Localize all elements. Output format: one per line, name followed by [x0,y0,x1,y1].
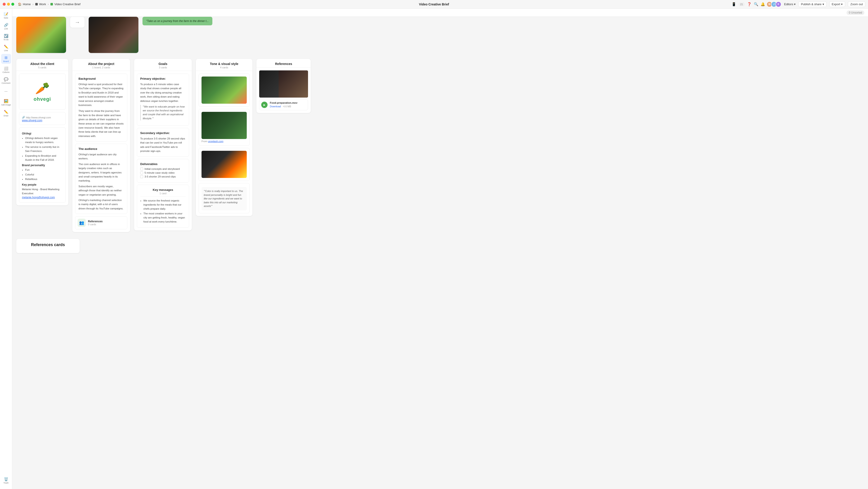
export-button[interactable]: Export ▾ [829,1,845,7]
brand-bullet-2: Colorful [25,173,63,177]
breadcrumb-brief[interactable]: Video Creative Brief [51,2,80,6]
about-client-body: 🥕 ohvegi 🔗 http://www.ohvegi.com www.ohv… [16,71,68,205]
sidebar-item-column[interactable]: ⬜ Column [1,65,11,75]
key-people-text: Melanie Hong - Brand Marketing Executive… [22,187,63,200]
editors-button[interactable]: Editors ▾ [784,2,796,6]
sidebar-item-add-image[interactable]: 🖼️ Add image [1,97,11,107]
about-project-body: Background OhVegi need a spot produced f… [72,71,130,232]
help-icon[interactable]: ❓ [747,2,751,6]
breadcrumb-work-label: Work [39,2,46,6]
veg-top-image [16,17,66,53]
file-play-icon[interactable]: ▶ [261,102,268,108]
checkbox-1[interactable] [140,168,143,170]
traffic-lights [3,3,14,6]
notifications-badge[interactable]: 21 [738,2,745,6]
background-text-2: They want to show the journey from the f… [79,109,124,138]
draw-icon: ✏️ [4,110,8,114]
breadcrumb-brief-label: Video Creative Brief [54,2,80,6]
sidebar-label-trash: Trash [3,482,9,484]
minimize-button[interactable] [7,3,10,6]
deliverables-label: Deliverables [140,162,186,166]
tone-column: Tone & visual style 4 cards From unsplas… [196,59,252,216]
primary-objective-card: Primary objective: To produce a 5 minute… [137,74,189,126]
bell-icon[interactable]: 🔔 [761,2,765,6]
video-thumbnail[interactable]: ▶ [259,70,308,97]
device-icon[interactable]: 📱 [732,2,736,6]
references-body: ▶ ▶ Food-preparation.mov Download · 4.6 … [256,68,311,113]
sidebar-item-todo[interactable]: ☑️ To-do [1,32,11,42]
tone-title: Tone & visual style [199,62,249,66]
breadcrumb-sep-1: › [33,2,33,6]
link-card: 🔗 http://www.ohvegi.com www.ohvegi.com [19,112,66,125]
about-client-subtitle: 5 cards [20,66,65,69]
avatar-3: K [775,1,781,7]
references-header-title: References [260,62,307,66]
sidebar-item-trash[interactable]: 🗑️ Trash [1,476,11,485]
references-column: References ▶ ▶ Food-preparation.mov [256,59,311,113]
sidebar-item-comment[interactable]: 💬 Comment [1,76,11,86]
secondary-text: To produce 3-5 shorter 29 second clips t… [140,137,186,153]
key-messages-label: Key messages [140,188,186,192]
key-people-email[interactable]: melanie.hong@ohvegi.com [22,196,55,199]
brief-dot-icon [51,3,53,5]
key-message-1: We source the freshest organic ingredien… [144,199,186,211]
goals-column: Goals 3 cards Primary objective: To prod… [134,59,192,230]
sidebar-item-board[interactable]: ⊞ Board [1,54,11,64]
references-header: References [256,59,311,68]
sidebar-label-line: Line [4,49,8,52]
sidebar-item-note[interactable]: 📝 Note [1,10,11,20]
main-layout: 📝 Note 🔗 Link ☑️ To-do ✏️ Line ⊞ Board ⬜… [0,9,868,489]
link-url-icon: 🔗 [22,116,25,119]
maximize-button[interactable] [11,3,14,6]
file-card: ▶ Food-preparation.mov Download · 4.6 MB [259,99,308,110]
sidebar-label-board: Board [3,60,9,62]
breadcrumb-home[interactable]: 🏠 Home [18,2,31,6]
breadcrumb-work[interactable]: Work [35,2,46,6]
arrow-right-icon: → [74,19,80,25]
tone-image-card-2: From unsplash.com [198,109,250,146]
sidebar-item-link[interactable]: 🔗 Link [1,21,11,31]
audience-card: The audience OhVegi's target audience ar… [75,144,127,214]
tone-image-1 [202,77,247,104]
goals-title: Goals [138,62,188,66]
bullet-1: OhVegi delivers fresh vegan meals to hun… [25,136,63,144]
note-icon: 📝 [4,12,8,16]
quote-banner-text: "Take us on a journey from the farm to t… [146,20,209,23]
close-button[interactable] [3,3,6,6]
deliverable-2-text: 5 minute case study video [145,171,175,174]
checkbox-3[interactable] [140,175,143,178]
canvas-area: 0 Unsorted → "Take us on a journey from … [12,9,868,489]
zoom-out-button[interactable]: Zoom out [848,1,865,7]
sidebar-item-line[interactable]: ✏️ Line [1,43,11,53]
deliverable-2: 5 minute case study video [140,171,186,174]
checkbox-2[interactable] [140,171,143,174]
deliverable-1-text: Initial concepts and storyboard [145,168,180,170]
unsorted-row: → "Take us on a journey from the farm to… [12,17,868,57]
link-url: 🔗 http://www.ohvegi.com [22,116,63,119]
file-download-link[interactable]: Download [270,105,281,108]
audience-text-3: Subscribers are mostly vegan, although t… [79,184,124,197]
brand-bullets: Fun Colorful Rebellious [22,168,63,181]
key-messages-subtitle: 1 card [140,192,186,195]
sidebar-item-more[interactable]: ··· [1,86,11,96]
background-title: Background [79,77,124,80]
background-card: Background OhVegi need a spot produced f… [75,74,127,142]
primary-text: To produce a 5 minute video case study t… [140,82,186,103]
link-text[interactable]: www.ohvegi.com [22,119,63,122]
goals-subtitle: 3 cards [138,66,188,69]
references-cards-big: References cards [16,239,80,253]
unsplash-link[interactable]: unsplash.com [208,140,223,143]
deliverable-1: Initial concepts and storyboard [140,168,186,170]
search-icon[interactable]: 🔍 [754,2,758,6]
publish-share-button[interactable]: Publish & share ▾ [798,1,827,7]
sidebar-item-draw[interactable]: ✏️ Draw [1,108,11,118]
column-icon: ⬜ [4,66,8,70]
key-messages-header: Key messages 1 card [140,188,186,197]
file-name: Food-preparation.mov [270,102,306,104]
references-sub-card[interactable]: 👥 References 0 cards [75,216,127,229]
background-text-1: OhVegi need a spot produced for their Yo… [79,82,124,107]
home-label: Home [23,2,31,6]
bottom-unsorted: References cards [12,232,868,253]
todo-icon: ☑️ [4,34,8,38]
brand-bullet-1: Fun [25,168,63,172]
